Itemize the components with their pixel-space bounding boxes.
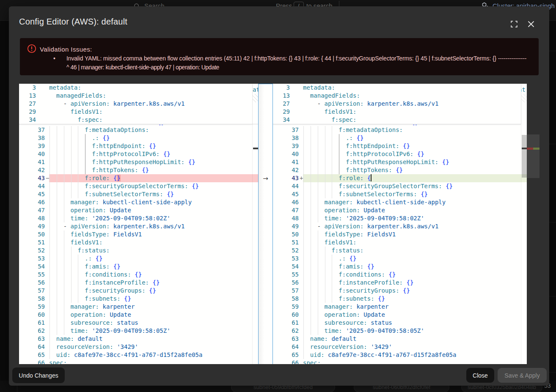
code-token: {}	[442, 159, 449, 165]
code-token: fieldsV1:	[325, 239, 357, 246]
line-number: 66	[19, 359, 45, 364]
code-token: karpenter.k8s.aws/v1	[113, 100, 185, 107]
code-text: fieldsV1:	[49, 108, 102, 116]
table-row-line	[549, 296, 556, 296]
code-line-37: 37 f:metadataOptions:	[19, 126, 258, 134]
code-text: f:subnets: {}	[303, 295, 385, 303]
diff-modified-pane[interactable]: 37 f:metadataOptions:38 .: {}39 f:httpEn…	[273, 84, 527, 364]
code-line-38: 38 .: {}	[273, 134, 527, 142]
code-token: kubectl-client-side-apply	[102, 199, 192, 206]
code-token: manager:	[325, 303, 353, 310]
code-text: managedFields:	[49, 92, 106, 100]
fullscreen-button[interactable]	[506, 16, 522, 32]
line-number: 52	[19, 247, 45, 255]
code-token: {}	[113, 263, 121, 270]
code-token: -	[317, 100, 321, 107]
code-token: {}	[378, 295, 385, 302]
scrolled-line-sliver: {}	[157, 125, 166, 126]
sticky-scroll[interactable]: 3metadata:13 managedFields:27 - apiVersi…	[273, 84, 521, 124]
code-token	[110, 175, 113, 181]
line-number: 64	[19, 343, 45, 351]
line-number: 3	[273, 84, 290, 92]
line-number: 34	[273, 116, 290, 124]
code-token: kubectl-client-side-apply	[356, 199, 446, 206]
code-line-61: 61 subresource: status	[273, 319, 527, 327]
line-number: 58	[273, 295, 299, 303]
code-text: fieldsV1:	[49, 238, 102, 247]
code-text: f:spec:	[49, 116, 102, 124]
code-token	[363, 263, 367, 270]
line-number: 52	[273, 247, 299, 255]
code-text: time: '2025-09-04T09:58:05Z'	[49, 327, 171, 335]
code-text: f:securityGroups: {}	[49, 287, 156, 295]
diff-overview-ruler[interactable]	[527, 84, 539, 364]
close-button[interactable]	[523, 16, 539, 32]
editor-scrollbar[interactable]: at	[252, 84, 258, 364]
code-text: f:subnetSelectorTerms: {}	[49, 190, 174, 198]
code-text: f:httpTokens: {}	[49, 166, 149, 174]
code-text: managedFields:	[303, 92, 360, 100]
line-number: 50	[19, 230, 45, 238]
save-apply-button[interactable]: Save & Apply	[498, 368, 547, 383]
close-action-button[interactable]: Close	[466, 368, 494, 383]
code-token: f:subnetSelectorTerms:	[339, 191, 417, 197]
ruler-inserted-mark	[533, 148, 539, 150]
code-line-43: 43+ f:role: {	[273, 174, 527, 182]
line-number: 60	[19, 311, 45, 319]
code-line-40: 40 f:httpProtocolIPv6: {}	[273, 150, 527, 158]
text-cursor	[371, 174, 372, 181]
code-line-57: 57 f:securityGroups: {}	[19, 287, 258, 295]
code-token: '2025-09-04T09:58:05Z'	[92, 327, 170, 334]
code-token: {}	[411, 125, 418, 126]
code-text: fieldsV1:	[303, 108, 356, 116]
line-number: 27	[19, 100, 36, 108]
screen: Search Press / to search Cluster: anirba…	[0, 0, 556, 392]
code-line-59: 59 manager: karpenter	[19, 303, 258, 311]
code-token: {}	[149, 143, 156, 149]
code-text: time: '2025-09-04T09:58:02Z'	[49, 214, 171, 222]
code-token: f:spec:	[331, 116, 356, 123]
yaml-diff-editor[interactable]: 37 f:metadataOptions:38 .: {}39 f:httpEn…	[19, 84, 539, 364]
code-line-46: 46 manager: kubectl-client-side-apply	[273, 198, 527, 206]
code-text: f:subnets: {}	[49, 295, 131, 303]
undo-changes-button[interactable]: Undo Changes	[12, 367, 65, 383]
code-token	[188, 183, 192, 189]
code-line-64: 64 resourceVersion: '3429'	[273, 343, 527, 351]
code-token: f:metadataOptions:	[85, 126, 149, 133]
code-token: manager:	[71, 199, 99, 206]
code-token: {}	[421, 191, 428, 197]
code-text: - apiVersion: karpenter.k8s.aws/v1	[49, 100, 184, 108]
code-line-41: 41 f:httpPutResponseHopLimit: {}	[273, 158, 527, 166]
code-token: fieldsV1:	[325, 108, 357, 115]
diff-original-pane[interactable]: 37 f:metadataOptions:38 .: {}39 f:httpEn…	[19, 84, 258, 364]
code-line-50: 50 fieldsType: FieldsV1	[19, 230, 258, 238]
code-token: karpenter.k8s.aws/v1	[367, 100, 439, 107]
code-text: fieldsV1:	[303, 238, 356, 247]
line-number: 38	[273, 134, 299, 142]
editor-scrollbar[interactable]: at	[521, 84, 527, 364]
code-token: f:httpTokens:	[92, 167, 138, 173]
code-token: {}	[142, 167, 149, 173]
code-token: f:httpTokens:	[346, 167, 392, 173]
scrollbar-slider[interactable]	[522, 135, 527, 178]
code-token: operation:	[325, 311, 360, 318]
code-line-40: 40 f:httpProtocolIPv6: {}	[19, 150, 258, 158]
code-token: {	[367, 175, 371, 181]
code-token: {}	[403, 143, 410, 149]
apply-change-arrow-icon[interactable]: →	[259, 175, 272, 183]
code-token: apiVersion:	[325, 100, 364, 107]
sticky-scroll[interactable]: 3metadata:13 managedFields:27 - apiVersi…	[19, 84, 252, 124]
code-token: f:spec:	[77, 116, 102, 123]
code-token: f:amis:	[339, 263, 363, 270]
code-token: subresource:	[71, 319, 113, 326]
line-number: 59	[19, 303, 45, 311]
code-token: fieldsV1:	[71, 239, 103, 246]
line-number: 65	[19, 351, 45, 359]
code-line-55: 55 f:conditions: {}	[273, 271, 527, 279]
line-number: 61	[19, 319, 45, 327]
code-text: subresource: status	[303, 319, 392, 327]
code-token: {}	[102, 134, 110, 141]
code-text: spec:	[303, 359, 321, 364]
code-text: fieldsType: FieldsV1	[49, 230, 142, 238]
code-text: time: '2025-09-04T09:58:05Z'	[303, 327, 424, 335]
